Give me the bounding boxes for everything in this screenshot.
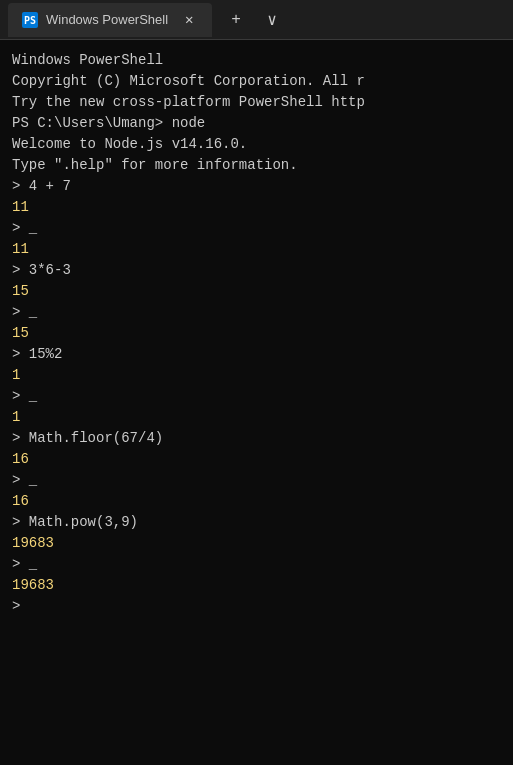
dropdown-button[interactable]: ∨: [256, 4, 288, 36]
chevron-down-icon: ∨: [267, 10, 277, 30]
close-tab-button[interactable]: ✕: [180, 11, 198, 29]
window: PS Windows PowerShell ✕ + ∨ Windows Powe…: [0, 0, 513, 765]
terminal-line: >: [12, 596, 501, 617]
terminal-line: > _: [12, 302, 501, 323]
terminal-line: > _: [12, 386, 501, 407]
terminal-line: 11: [12, 197, 501, 218]
terminal-line: 11: [12, 239, 501, 260]
terminal-line: Copyright (C) Microsoft Corporation. All…: [12, 71, 501, 92]
terminal-line: > 15%2: [12, 344, 501, 365]
terminal-line: 19683: [12, 575, 501, 596]
terminal-line: 15: [12, 323, 501, 344]
powershell-icon: PS: [22, 12, 38, 28]
terminal-line: Try the new cross-platform PowerShell ht…: [12, 92, 501, 113]
new-tab-button[interactable]: +: [220, 4, 252, 36]
terminal-line: Type ".help" for more information.: [12, 155, 501, 176]
svg-text:PS: PS: [24, 15, 36, 26]
tab[interactable]: PS Windows PowerShell ✕: [8, 3, 212, 37]
plus-icon: +: [231, 11, 241, 29]
titlebar: PS Windows PowerShell ✕ + ∨: [0, 0, 513, 40]
terminal-line: > _: [12, 218, 501, 239]
terminal-line: > Math.pow(3,9): [12, 512, 501, 533]
terminal-line: Welcome to Node.js v14.16.0.: [12, 134, 501, 155]
close-icon: ✕: [185, 11, 193, 28]
terminal-line: > Math.floor(67/4): [12, 428, 501, 449]
terminal-line: 16: [12, 449, 501, 470]
terminal-line: 1: [12, 365, 501, 386]
terminal-line: > 3*6-3: [12, 260, 501, 281]
terminal-line: > _: [12, 554, 501, 575]
tab-label: Windows PowerShell: [46, 12, 168, 27]
terminal-line: PS C:\Users\Umang> node: [12, 113, 501, 134]
terminal[interactable]: Windows PowerShellCopyright (C) Microsof…: [0, 40, 513, 765]
terminal-line: 16: [12, 491, 501, 512]
titlebar-actions: + ∨: [220, 4, 288, 36]
terminal-line: 15: [12, 281, 501, 302]
terminal-line: Windows PowerShell: [12, 50, 501, 71]
terminal-line: 19683: [12, 533, 501, 554]
terminal-line: > 4 + 7: [12, 176, 501, 197]
terminal-line: > _: [12, 470, 501, 491]
terminal-line: 1: [12, 407, 501, 428]
